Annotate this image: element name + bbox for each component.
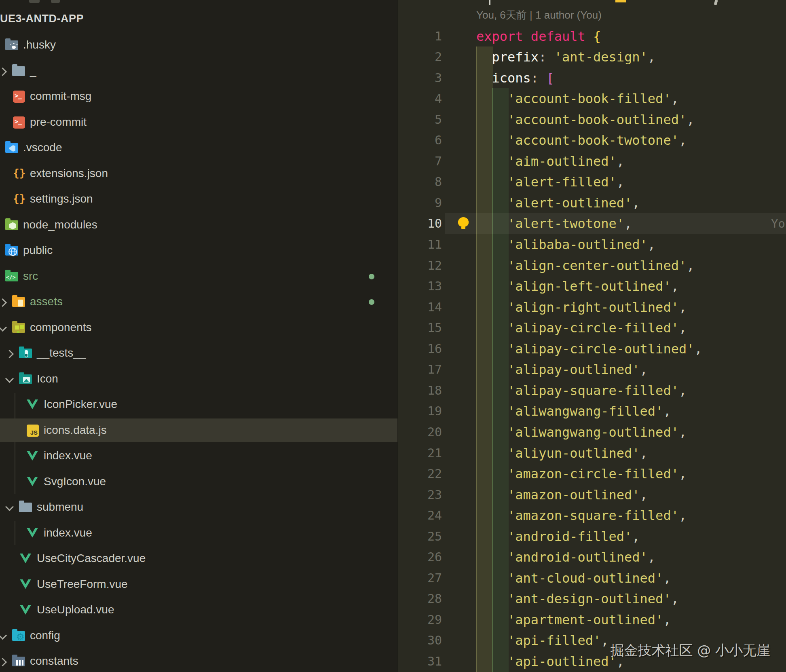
chevron-down-icon[interactable]: [5, 374, 14, 382]
code-line-28[interactable]: 'ant-design-outlined',: [476, 588, 679, 609]
line-number: 2: [397, 46, 442, 68]
project-section-header[interactable]: UE3-ANTD-APP: [0, 11, 84, 27]
code-line-2[interactable]: prefix: 'ant-design',: [476, 46, 655, 68]
token-pun: ,: [632, 195, 640, 211]
tree-item-extensions-json[interactable]: extensions.json: [0, 162, 397, 185]
folder-constants-icon: [12, 654, 26, 668]
token-str: 'aliyun-outlined': [507, 446, 640, 461]
code-line-21[interactable]: 'aliyun-outlined',: [476, 443, 648, 464]
code-line-18[interactable]: 'alipay-square-filled',: [476, 380, 687, 401]
tree-item--husky[interactable]: .husky: [0, 33, 397, 57]
code-line-15[interactable]: 'alipay-circle-filled',: [476, 317, 687, 338]
token-pun: ,: [640, 487, 648, 503]
line-number: 5: [397, 109, 442, 130]
chevron-right-icon[interactable]: [0, 298, 7, 307]
token-pln: [476, 237, 507, 252]
code-line-11[interactable]: 'alibaba-outlined',: [476, 234, 655, 255]
code-line-19[interactable]: 'aliwangwang-filled',: [476, 401, 671, 422]
tree-item-public[interactable]: public: [0, 239, 397, 262]
tree-item-index-vue[interactable]: index.vue: [0, 521, 397, 545]
code-line-17[interactable]: 'alipay-outlined',: [476, 359, 648, 380]
tree-item-src[interactable]: src: [0, 264, 397, 288]
code-line-29[interactable]: 'apartment-outlined',: [476, 609, 671, 630]
line-number: 26: [397, 547, 442, 568]
token-str: 'ant-design-outlined': [507, 591, 671, 606]
code-line-4[interactable]: 'account-book-filled',: [476, 88, 679, 109]
code-line-20[interactable]: 'aliwangwang-outlined',: [476, 422, 687, 443]
code-line-5[interactable]: 'account-book-outlined',: [476, 109, 694, 130]
tree-item-assets[interactable]: assets: [0, 290, 397, 313]
code-line-1[interactable]: export default {: [476, 26, 601, 47]
tree-item-icon[interactable]: Icon: [0, 367, 397, 391]
tree-item-usetreeform-vue[interactable]: UseTreeForm.vue: [0, 573, 397, 596]
code-line-13[interactable]: 'align-left-outlined',: [476, 276, 679, 297]
token-pln: [476, 571, 507, 586]
vscode-window: UE3-ANTD-APP .husky_commit-msgpre-commit…: [0, 0, 786, 672]
folder-test-icon: [19, 346, 33, 360]
code-line-14[interactable]: 'align-right-outlined',: [476, 297, 687, 318]
json-icon: [12, 192, 26, 206]
token-str: 'amazon-square-filled': [507, 508, 679, 523]
gitlens-codelens[interactable]: You, 6天前 | 1 author (You): [476, 8, 602, 22]
code-line-6[interactable]: 'account-book-twotone',: [476, 130, 687, 151]
code-line-31[interactable]: 'api-outlined',: [476, 651, 624, 672]
tree-item-constants[interactable]: constants: [0, 649, 397, 672]
token-str: 'alert-filled': [507, 174, 617, 190]
chevron-down-icon[interactable]: [5, 503, 14, 511]
tree-item-svgicon-vue[interactable]: SvgIcon.vue: [0, 470, 397, 493]
tree-item-submenu[interactable]: submenu: [0, 495, 397, 519]
tree-item-iconpicker-vue[interactable]: IconPicker.vue: [0, 393, 397, 416]
code-line-10[interactable]: 'alert-twotone',You, 6天前 •: [476, 213, 632, 234]
tree-item-index-vue[interactable]: index.vue: [0, 444, 397, 467]
line-number: 25: [397, 526, 442, 547]
lightbulb-icon[interactable]: [458, 217, 469, 227]
token-pun: ,: [617, 174, 624, 190]
code-line-3[interactable]: icons: [: [476, 68, 554, 89]
tree-item-pre-commit[interactable]: pre-commit: [0, 110, 397, 134]
code-line-26[interactable]: 'android-outlined',: [476, 547, 655, 568]
tree-item--[interactable]: _: [0, 59, 397, 82]
chevron-down-icon[interactable]: [0, 631, 7, 639]
token-pun: ,: [640, 446, 648, 461]
tree-item-commit-msg[interactable]: commit-msg: [0, 85, 397, 108]
token-str: 'align-left-outlined': [507, 279, 671, 294]
code-line-8[interactable]: 'alert-filled',: [476, 171, 624, 192]
tree-item-usecitycascader-vue[interactable]: UseCityCascader.vue: [0, 547, 397, 570]
chevron-down-icon[interactable]: [0, 323, 7, 331]
chevron-right-icon[interactable]: [5, 350, 14, 358]
code-line-24[interactable]: 'amazon-square-filled',: [476, 505, 687, 526]
line-number: 31: [397, 651, 442, 672]
chevron-right-icon[interactable]: [0, 658, 7, 666]
tree-item-label: __tests__: [37, 347, 86, 359]
tree-item-useupload-vue[interactable]: UseUpload.vue: [0, 598, 397, 621]
line-number: 6: [397, 130, 442, 151]
token-pun: ,: [679, 425, 687, 440]
tree-item-config[interactable]: config: [0, 624, 397, 647]
tree-item-components[interactable]: components: [0, 316, 397, 339]
code-line-30[interactable]: 'api-filled',: [476, 630, 609, 651]
code-editor[interactable]: You, 6天前 | 1 author (You) 12345678910111…: [397, 0, 786, 672]
token-pln: [476, 341, 507, 357]
code-line-12[interactable]: 'align-center-outlined',: [476, 255, 694, 276]
code-line-23[interactable]: 'amazon-outlined',: [476, 484, 648, 505]
token-pln: [476, 258, 507, 273]
token-pun: ,: [679, 508, 687, 523]
code-line-25[interactable]: 'android-filled',: [476, 526, 640, 547]
tree-item-label: _: [30, 64, 36, 77]
code-line-16[interactable]: 'alipay-circle-outlined',: [476, 338, 702, 359]
code-line-27[interactable]: 'ant-cloud-outlined',: [476, 568, 671, 589]
chevron-right-icon[interactable]: [0, 67, 7, 76]
tree-item-node-modules[interactable]: node_modules: [0, 213, 397, 237]
token-pun: ,: [687, 258, 694, 273]
token-str: 'android-outlined': [507, 549, 648, 565]
code-line-7[interactable]: 'aim-outlined',: [476, 151, 624, 172]
tree-item--tests-[interactable]: __tests__: [0, 341, 397, 365]
code-line-22[interactable]: 'amazon-circle-filled',: [476, 463, 687, 484]
tree-item--vscode[interactable]: .vscode: [0, 136, 397, 159]
token-str: 'align-right-outlined': [507, 300, 679, 315]
tree-item-settings-json[interactable]: settings.json: [0, 187, 397, 211]
tree-item-icons-data-js[interactable]: icons.data.js: [0, 418, 397, 442]
line-number: 16: [397, 338, 442, 359]
token-pun: ,: [671, 91, 679, 106]
code-line-9[interactable]: 'alert-outlined',: [476, 192, 640, 213]
